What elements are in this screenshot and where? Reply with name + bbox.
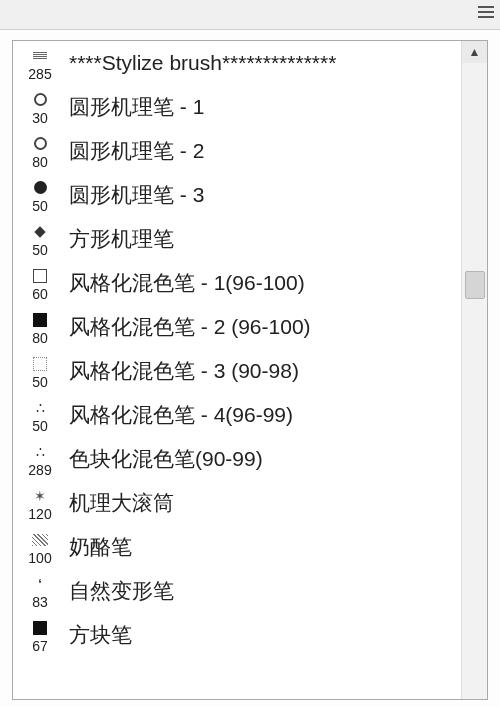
diamond-icon xyxy=(30,222,50,242)
brush-item[interactable]: 67方块笔 xyxy=(13,613,461,657)
noise-icon xyxy=(30,530,50,550)
circle-solid-icon xyxy=(30,178,50,198)
brush-label: 方形机理笔 xyxy=(69,225,174,253)
brush-size: 80 xyxy=(32,155,48,169)
brush-size: 100 xyxy=(28,551,51,565)
brush-item[interactable]: 285****Stylize brush************** xyxy=(13,41,461,85)
brush-label: 机理大滚筒 xyxy=(69,489,174,517)
brush-size: 50 xyxy=(32,375,48,389)
brush-label: 圆形机理笔 - 3 xyxy=(69,181,204,209)
brush-thumb-col: 100 xyxy=(19,530,61,565)
brush-thumb-col: ✶120 xyxy=(19,486,61,521)
brush-thumb-col: 50 xyxy=(19,354,61,389)
brush-panel: 285****Stylize brush**************30圆形机理… xyxy=(0,0,500,707)
brush-thumb-col: 80 xyxy=(19,310,61,345)
brush-list-container: 285****Stylize brush**************30圆形机理… xyxy=(12,40,488,700)
brush-thumb-col: ∴50 xyxy=(19,398,61,433)
square-open-icon xyxy=(30,266,50,286)
scrollbar: ▲ xyxy=(461,41,487,699)
brush-thumb-col: 60 xyxy=(19,266,61,301)
square-solid-icon xyxy=(30,310,50,330)
brush-item[interactable]: 80圆形机理笔 - 2 xyxy=(13,129,461,173)
brush-size: 285 xyxy=(28,67,51,81)
brush-thumb-col: 285 xyxy=(19,46,61,81)
brush-size: 120 xyxy=(28,507,51,521)
circle-open-icon xyxy=(30,90,50,110)
brush-thumb-col: 50 xyxy=(19,178,61,213)
square-soft-icon xyxy=(30,354,50,374)
brush-label: 圆形机理笔 - 2 xyxy=(69,137,204,165)
scroll-thumb[interactable] xyxy=(465,271,485,299)
brush-size: 60 xyxy=(32,287,48,301)
scroll-up-button[interactable]: ▲ xyxy=(462,41,487,63)
brush-list: 285****Stylize brush**************30圆形机理… xyxy=(13,41,461,699)
brush-item[interactable]: ✶120机理大滚筒 xyxy=(13,481,461,525)
brush-label: 方块笔 xyxy=(69,621,132,649)
spray-icon: ∴ xyxy=(30,398,50,418)
brush-thumb-col: 50 xyxy=(19,222,61,257)
brush-label: 风格化混色笔 - 4(96-99) xyxy=(69,401,293,429)
lines-icon xyxy=(30,46,50,66)
brush-item[interactable]: 80风格化混色笔 - 2 (96-100) xyxy=(13,305,461,349)
brush-item[interactable]: 30圆形机理笔 - 1 xyxy=(13,85,461,129)
star-icon: ✶ xyxy=(30,486,50,506)
brush-label: ****Stylize brush************** xyxy=(69,51,336,75)
brush-item[interactable]: ∴50风格化混色笔 - 4(96-99) xyxy=(13,393,461,437)
circle-open-icon xyxy=(30,134,50,154)
brush-label: 色块化混色笔(90-99) xyxy=(69,445,263,473)
square-solid-icon xyxy=(30,618,50,638)
brush-size: 80 xyxy=(32,331,48,345)
brush-item[interactable]: 60风格化混色笔 - 1(96-100) xyxy=(13,261,461,305)
panel-menu-icon[interactable] xyxy=(478,6,494,20)
brush-size: 289 xyxy=(28,463,51,477)
brush-label: 风格化混色笔 - 1(96-100) xyxy=(69,269,305,297)
brush-thumb-col: 30 xyxy=(19,90,61,125)
brush-size: 50 xyxy=(32,419,48,433)
brush-size: 50 xyxy=(32,243,48,257)
brush-label: 奶酪笔 xyxy=(69,533,132,561)
brush-size: 83 xyxy=(32,595,48,609)
brush-item[interactable]: ∴289色块化混色笔(90-99) xyxy=(13,437,461,481)
panel-header xyxy=(0,0,500,30)
brush-label: 风格化混色笔 - 2 (96-100) xyxy=(69,313,311,341)
brush-item[interactable]: 50圆形机理笔 - 3 xyxy=(13,173,461,217)
brush-thumb-col: ∴289 xyxy=(19,442,61,477)
brush-label: 自然变形笔 xyxy=(69,577,174,605)
drop-icon: ‘ xyxy=(30,574,50,594)
brush-size: 30 xyxy=(32,111,48,125)
brush-thumb-col: ‘83 xyxy=(19,574,61,609)
brush-item[interactable]: 50方形机理笔 xyxy=(13,217,461,261)
brush-label: 圆形机理笔 - 1 xyxy=(69,93,204,121)
brush-item[interactable]: 100奶酪笔 xyxy=(13,525,461,569)
brush-label: 风格化混色笔 - 3 (90-98) xyxy=(69,357,299,385)
spray-icon: ∴ xyxy=(30,442,50,462)
brush-size: 67 xyxy=(32,639,48,653)
brush-item[interactable]: ‘83自然变形笔 xyxy=(13,569,461,613)
brush-size: 50 xyxy=(32,199,48,213)
brush-thumb-col: 80 xyxy=(19,134,61,169)
brush-thumb-col: 67 xyxy=(19,618,61,653)
brush-item[interactable]: 50风格化混色笔 - 3 (90-98) xyxy=(13,349,461,393)
